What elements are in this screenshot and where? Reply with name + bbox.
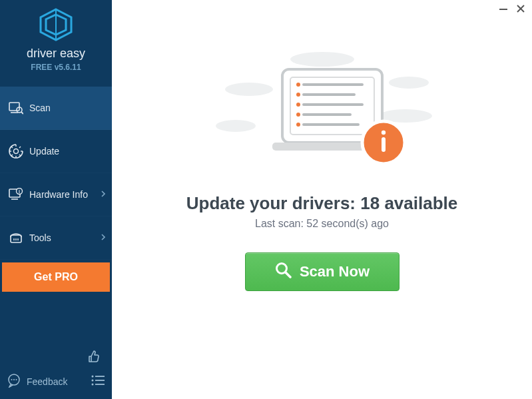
sidebar-item-hardware-info[interactable]: i Hardware Info [0, 173, 112, 216]
svg-point-22 [92, 379, 94, 381]
svg-rect-3 [9, 103, 19, 111]
update-icon [7, 144, 25, 159]
main-panel: Update your drivers: 18 available Last s… [112, 0, 532, 399]
chevron-right-icon [101, 190, 105, 199]
sidebar-item-update[interactable]: Update [0, 130, 112, 173]
feedback-icon [7, 373, 21, 390]
svg-point-43 [296, 113, 300, 117]
svg-point-39 [296, 93, 300, 97]
svg-line-51 [286, 272, 290, 277]
sidebar-item-tools[interactable]: Tools [0, 216, 112, 260]
feedback-label: Feedback [27, 376, 67, 387]
svg-point-48 [381, 131, 385, 135]
minimize-button[interactable] [499, 4, 508, 16]
svg-point-30 [216, 120, 256, 132]
scan-now-label: Scan Now [300, 263, 370, 280]
svg-point-29 [225, 83, 273, 96]
svg-point-7 [14, 149, 19, 154]
headline-prefix: Update your drivers: [186, 193, 361, 213]
svg-point-20 [92, 375, 94, 377]
thumbs-up-icon[interactable] [87, 349, 101, 366]
logo-area: driver easy FREE v5.6.11 [0, 0, 112, 79]
chevron-right-icon [101, 233, 105, 242]
svg-point-33 [290, 52, 354, 67]
version-text: FREE v5.6.11 [31, 63, 81, 72]
menu-icon[interactable] [91, 374, 105, 389]
svg-point-37 [296, 83, 300, 87]
sidebar-bottom: Feedback [0, 349, 112, 399]
sidebar-item-label: Update [29, 146, 59, 157]
svg-point-19 [16, 379, 17, 380]
get-pro-label: Get PRO [34, 271, 78, 283]
svg-point-18 [13, 379, 15, 380]
nav: Scan Update i Hardware Inf [0, 87, 112, 292]
get-pro-button[interactable]: Get PRO [2, 262, 110, 292]
last-scan-text: Last scan: 52 second(s) ago [255, 218, 389, 230]
headline: Update your drivers: 18 available [186, 193, 458, 214]
svg-point-31 [389, 77, 429, 89]
sidebar-item-scan[interactable]: Scan [0, 87, 112, 130]
laptop-illustration [209, 43, 435, 179]
feedback-button[interactable]: Feedback [7, 373, 67, 390]
brand-text: driver easy [27, 47, 85, 61]
sidebar-item-label: Hardware Info [29, 189, 88, 200]
sidebar: driver easy FREE v5.6.11 Scan [0, 0, 112, 399]
content-center: Update your drivers: 18 available Last s… [112, 0, 532, 399]
svg-rect-49 [382, 137, 386, 152]
close-button[interactable] [516, 4, 525, 16]
sidebar-item-label: Tools [29, 232, 51, 243]
svg-point-24 [92, 383, 94, 385]
svg-point-17 [11, 379, 13, 380]
svg-line-6 [21, 112, 23, 114]
sidebar-item-label: Scan [29, 103, 51, 113]
logo-icon [38, 8, 74, 44]
svg-point-45 [296, 123, 300, 127]
svg-point-41 [296, 103, 300, 107]
available-count: 18 [360, 193, 380, 213]
hardware-info-icon: i [7, 188, 25, 201]
svg-text:i: i [19, 189, 20, 194]
headline-suffix: available [380, 193, 457, 213]
tools-icon [7, 231, 25, 244]
scan-now-button[interactable]: Scan Now [245, 252, 399, 291]
window-controls [499, 4, 525, 16]
search-icon [274, 261, 292, 282]
scan-icon [7, 101, 25, 115]
